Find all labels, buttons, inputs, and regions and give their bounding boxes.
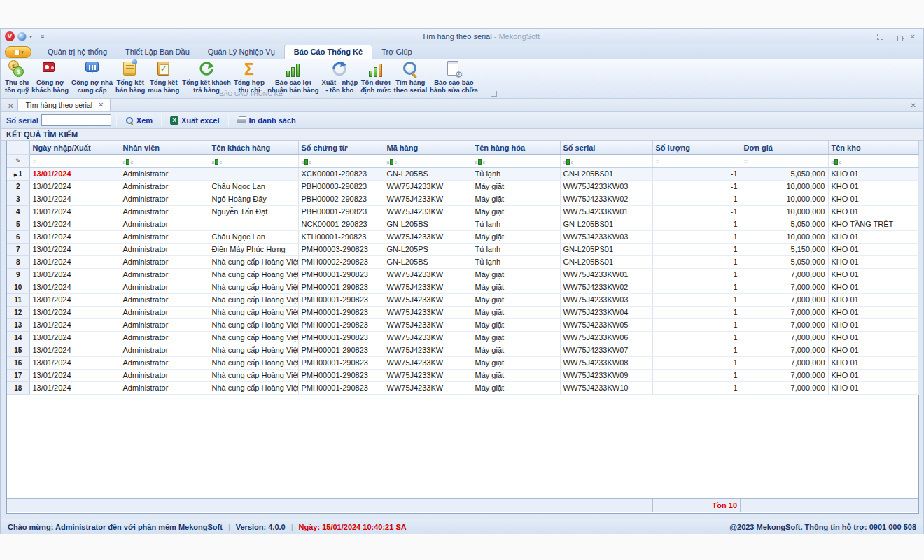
table-cell[interactable]: 13/01/2024	[29, 306, 120, 318]
table-cell[interactable]: 13/01/2024	[29, 382, 120, 394]
ribbon-button-tong-ket-khach-tra-hang[interactable]: Tổng kết khách trả hàng	[181, 59, 232, 94]
table-row[interactable]: 1113/01/2024AdministratorNhà cung cấp Ho…	[7, 293, 918, 306]
table-cell[interactable]: WW75J4233KW	[384, 192, 472, 205]
row-number[interactable]: 16	[7, 356, 29, 369]
table-cell[interactable]: Máy giặt	[472, 369, 560, 382]
table-cell[interactable]: WW75J4233KW03	[560, 230, 652, 243]
table-cell[interactable]: Administrator	[120, 268, 209, 281]
table-cell[interactable]: WW75J4233KW02	[560, 192, 652, 205]
contains-icon[interactable]: ac	[384, 154, 472, 167]
table-cell[interactable]: 13/01/2024	[29, 192, 120, 205]
table-cell[interactable]: -1	[652, 205, 741, 218]
table-cell[interactable]: KHO 01	[828, 192, 918, 205]
fullscreen-icon[interactable]	[877, 34, 883, 40]
row-number[interactable]: 11	[7, 293, 29, 306]
contains-icon[interactable]: ac	[472, 154, 560, 167]
ribbon-button-cong-no-khach-hang[interactable]: Công nợ khách hàng	[30, 59, 70, 94]
equals-icon[interactable]: =	[741, 154, 828, 167]
table-cell[interactable]: 1	[652, 306, 741, 318]
table-cell[interactable]: Tủ lạnh	[472, 218, 560, 230]
table-cell[interactable]: Nhà cung cấp Hoàng Việt	[209, 255, 298, 268]
table-cell[interactable]: 1	[652, 331, 741, 344]
table-cell[interactable]: PMH00001-290823	[298, 344, 384, 356]
contains-icon[interactable]: ac	[298, 154, 384, 167]
table-cell[interactable]: Administrator	[120, 167, 209, 180]
close-icon[interactable]: ×	[911, 33, 915, 40]
table-cell[interactable]: Điện Máy Phúc Hưng	[209, 243, 298, 255]
ribbon-button-thu-chi-ton-quy[interactable]: €$Thu chi tồn quỹ	[4, 59, 30, 94]
table-cell[interactable]: 7,000,000	[741, 344, 828, 356]
table-cell[interactable]: WW75J4233KW03	[560, 180, 652, 192]
table-cell[interactable]: Nhà cung cấp Hoàng Việt	[209, 281, 298, 293]
ribbon-button-tong-ket-ban-hang[interactable]: Tổng kết bán hàng	[114, 59, 146, 94]
table-cell[interactable]: WW75J4233KW	[384, 356, 472, 369]
table-cell[interactable]: GN-L205BS	[384, 218, 472, 230]
table-cell[interactable]: Administrator	[120, 281, 209, 293]
table-cell[interactable]: PMH00001-290823	[298, 281, 384, 293]
table-cell[interactable]: WW75J4233KW	[384, 205, 472, 218]
table-cell[interactable]: 13/01/2024	[29, 369, 120, 382]
table-cell[interactable]: 7,000,000	[741, 306, 828, 318]
table-cell[interactable]: Nhà cung cấp Hoàng Việt	[209, 268, 298, 281]
row-number[interactable]: 12	[7, 306, 29, 318]
view-button[interactable]: Xem	[122, 115, 156, 126]
column-header[interactable]: Số lượng	[652, 141, 741, 154]
table-cell[interactable]: 13/01/2024	[29, 331, 120, 344]
table-cell[interactable]: 13/01/2024	[29, 281, 120, 293]
table-cell[interactable]: WW75J4233KW	[384, 369, 472, 382]
table-cell[interactable]: 13/01/2024	[29, 356, 120, 369]
table-cell[interactable]: 13/01/2024	[29, 218, 120, 230]
row-number[interactable]: 6	[7, 230, 29, 243]
print-list-button[interactable]: In danh sách	[234, 115, 300, 126]
table-row[interactable]: 913/01/2024AdministratorNhà cung cấp Hoà…	[7, 268, 918, 281]
table-cell[interactable]: WW75J4233KW	[384, 281, 472, 293]
table-cell[interactable]: 13/01/2024	[29, 255, 120, 268]
table-cell[interactable]: PMH00001-290823	[298, 331, 384, 344]
table-cell[interactable]: PMH00001-290823	[298, 369, 384, 382]
contains-icon[interactable]: ac	[120, 154, 209, 167]
table-cell[interactable]: 1	[652, 218, 741, 230]
table-cell[interactable]: Tủ lạnh	[472, 243, 560, 255]
close-tab-icon[interactable]: ✕	[98, 102, 104, 108]
table-cell[interactable]: KHO 01	[828, 356, 918, 369]
table-cell[interactable]: KHO 01	[828, 243, 918, 255]
table-cell[interactable]: Administrator	[120, 218, 209, 230]
table-cell[interactable]: 7,000,000	[741, 382, 828, 394]
table-cell[interactable]: Administrator	[120, 192, 209, 205]
table-cell[interactable]	[209, 218, 298, 230]
tab-tim-hang-theo-serial[interactable]: Tìm hàng theo serial ✕	[18, 99, 110, 111]
row-number[interactable]: 7	[7, 243, 29, 255]
table-cell[interactable]: WW75J4233KW07	[560, 344, 652, 356]
table-cell[interactable]: KHO 01	[828, 369, 918, 382]
table-cell[interactable]: PMH00001-290823	[298, 306, 384, 318]
column-header[interactable]: Ngày nhập/Xuất	[29, 141, 120, 154]
table-cell[interactable]: Administrator	[120, 356, 209, 369]
table-cell[interactable]: WW75J4233KW01	[560, 268, 652, 281]
table-row[interactable]: 1213/01/2024AdministratorNhà cung cấp Ho…	[7, 306, 918, 318]
table-cell[interactable]: 1	[652, 243, 741, 255]
table-cell[interactable]: Máy giặt	[472, 180, 560, 192]
table-cell[interactable]: Máy giặt	[472, 293, 560, 306]
row-number[interactable]: 17	[7, 369, 29, 382]
table-cell[interactable]: Máy giặt	[472, 192, 560, 205]
table-cell[interactable]: Châu Ngọc Lan	[209, 180, 298, 192]
table-cell[interactable]: Nhà cung cấp Hoàng Việt	[209, 293, 298, 306]
table-cell[interactable]: Máy giặt	[472, 281, 560, 293]
user-sphere-icon[interactable]	[18, 32, 27, 41]
contains-icon[interactable]: ac	[560, 154, 652, 167]
table-row[interactable]: 613/01/2024AdministratorChâu Ngọc LanKTH…	[7, 230, 918, 243]
dialog-launcher-icon[interactable]	[491, 91, 497, 97]
table-cell[interactable]: 5,050,000	[741, 218, 828, 230]
table-cell[interactable]: Máy giặt	[472, 344, 560, 356]
row-number[interactable]: 13	[7, 318, 29, 331]
table-cell[interactable]: WW75J4233KW	[384, 230, 472, 243]
chevron-down-icon[interactable]: ▾	[29, 34, 32, 40]
column-header[interactable]: Số chứng từ	[298, 141, 384, 154]
table-cell[interactable]: PMH00001-290823	[298, 382, 384, 394]
table-cell[interactable]: Administrator	[120, 205, 209, 218]
table-cell[interactable]: WW75J4233KW	[384, 331, 472, 344]
table-cell[interactable]: Nhà cung cấp Hoàng Việt	[209, 356, 298, 369]
table-row[interactable]: 1313/01/2024AdministratorNhà cung cấp Ho…	[7, 318, 918, 331]
table-cell[interactable]: WW75J4233KW08	[560, 356, 652, 369]
table-cell[interactable]: Tủ lạnh	[472, 167, 560, 180]
